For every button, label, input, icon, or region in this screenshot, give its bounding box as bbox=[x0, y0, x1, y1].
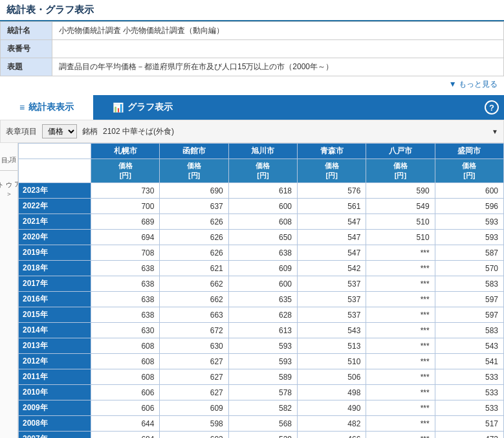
data-cell: 482 bbox=[298, 416, 366, 432]
data-cell: 593 bbox=[435, 230, 503, 245]
data-cell: 537 bbox=[298, 307, 366, 323]
year-cell: 2017年 bbox=[19, 276, 91, 292]
table-row: 2016年638662635537***597 bbox=[19, 292, 504, 307]
code-label: 銘柄 bbox=[82, 126, 98, 137]
display-items-section[interactable]: 表示項目選択 ＞ bbox=[0, 148, 17, 168]
city-aomori: 青森市 bbox=[298, 144, 366, 159]
data-cell: 626 bbox=[160, 214, 228, 230]
data-cell: 582 bbox=[228, 400, 297, 416]
dropdown-icon[interactable]: ▼ bbox=[492, 128, 498, 135]
help-button[interactable]: ? bbox=[485, 100, 499, 115]
data-cell: *** bbox=[366, 245, 435, 261]
left-panel: 表示項目選択 ＞ レイアウト設定 ＞ bbox=[0, 143, 18, 438]
year-cell: 2015年 bbox=[19, 307, 91, 323]
year-cell: 2008年 bbox=[19, 416, 91, 432]
data-cell: *** bbox=[366, 323, 435, 338]
data-cell: *** bbox=[366, 400, 435, 416]
data-cell: 576 bbox=[298, 183, 366, 199]
data-cell: 583 bbox=[435, 323, 503, 338]
data-cell: 637 bbox=[160, 199, 228, 214]
data-cell: 608 bbox=[228, 214, 297, 230]
data-cell: *** bbox=[366, 354, 435, 369]
stat-name-value: 小売物価統計調査 小売物価統計調査（動向編） bbox=[52, 22, 504, 40]
sub-aomori: 価格[円] bbox=[298, 159, 366, 183]
data-cell: 635 bbox=[228, 292, 297, 307]
data-cell: 628 bbox=[228, 307, 297, 323]
data-cell: 598 bbox=[160, 416, 228, 432]
data-cell: 541 bbox=[435, 354, 503, 369]
table-row: 2014年630672613543***583 bbox=[19, 323, 504, 338]
layout-section[interactable]: レイアウト設定 ＞ bbox=[0, 173, 17, 200]
data-cell: 700 bbox=[91, 199, 160, 214]
data-cell: 613 bbox=[228, 323, 297, 338]
data-cell: 638 bbox=[91, 261, 160, 276]
data-cell: 528 bbox=[228, 432, 297, 439]
sub-asahikawa: 価格[円] bbox=[228, 159, 297, 183]
data-cell: 672 bbox=[160, 323, 228, 338]
subject-label: 表題 bbox=[1, 58, 52, 76]
data-cell: 593 bbox=[228, 338, 297, 354]
data-cell: *** bbox=[366, 385, 435, 400]
stats-icon: ≡ bbox=[19, 102, 25, 113]
sub-header-row: 価格[円] 価格[円] 価格[円] 価格[円] 価格[円] 価格[円] bbox=[19, 159, 504, 183]
tab-stats[interactable]: ≡ 統計表表示 bbox=[0, 95, 93, 120]
data-cell: 644 bbox=[91, 416, 160, 432]
item-select[interactable]: 価格 bbox=[42, 124, 77, 138]
data-cell: 490 bbox=[298, 400, 366, 416]
data-cell: 506 bbox=[298, 369, 366, 385]
table-row: 2013年608630593513***543 bbox=[19, 338, 504, 354]
data-cell: 608 bbox=[91, 338, 160, 354]
table-number-label: 表番号 bbox=[1, 40, 52, 58]
data-cell: 583 bbox=[435, 276, 503, 292]
layout-arrow[interactable]: ＞ bbox=[6, 188, 12, 200]
year-cell: 2021年 bbox=[19, 214, 91, 230]
table-row: 2021年689626608547510593 bbox=[19, 214, 504, 230]
display-items-arrow[interactable]: ＞ bbox=[6, 156, 12, 168]
data-cell: 690 bbox=[160, 183, 228, 199]
code-value: 2102 中華そば(外食) bbox=[103, 126, 487, 137]
data-cell: 543 bbox=[435, 338, 503, 354]
subject-value: 調査品目の年平均価格－都道府県庁所在市及び人口15万以上の市（2000年～） bbox=[52, 58, 504, 76]
table-row: 2010年606627578498***533 bbox=[19, 385, 504, 400]
year-cell: 2020年 bbox=[19, 230, 91, 245]
data-cell: 466 bbox=[298, 432, 366, 439]
data-cell: 596 bbox=[435, 199, 503, 214]
main-layout: 表示項目選択 ＞ レイアウト設定 ＞ 札幌市 函館市 旭川市 青森市 八戸市 盛… bbox=[0, 143, 504, 438]
year-cell: 2009年 bbox=[19, 400, 91, 416]
data-cell: *** bbox=[366, 292, 435, 307]
table-row: 2015年638663628537***597 bbox=[19, 307, 504, 323]
data-area: 札幌市 函館市 旭川市 青森市 八戸市 盛岡市 価格[円] 価格[円] 価格[円… bbox=[18, 143, 504, 438]
data-cell: 638 bbox=[228, 245, 297, 261]
more-link[interactable]: もっと見る bbox=[449, 80, 498, 89]
year-cell: 2010年 bbox=[19, 385, 91, 400]
data-cell: *** bbox=[366, 307, 435, 323]
data-cell: *** bbox=[366, 276, 435, 292]
data-cell: 626 bbox=[160, 245, 228, 261]
data-cell: 543 bbox=[298, 323, 366, 338]
data-cell: 597 bbox=[435, 307, 503, 323]
table-row: 2009年606609582490***533 bbox=[19, 400, 504, 416]
table-body: 2023年7306906185765906002022年700637600561… bbox=[19, 183, 504, 439]
info-table: 統計名 小売物価統計調査 小売物価統計調査（動向編） 表番号 表題 調査品目の年… bbox=[0, 21, 504, 76]
year-cell: 2018年 bbox=[19, 261, 91, 276]
sub-corner-cell bbox=[19, 159, 91, 183]
data-cell: 600 bbox=[228, 276, 297, 292]
data-cell: 708 bbox=[91, 245, 160, 261]
city-hachinohe: 八戸市 bbox=[366, 144, 435, 159]
data-cell: 533 bbox=[435, 385, 503, 400]
data-cell: 533 bbox=[435, 400, 503, 416]
sub-hakodate: 価格[円] bbox=[160, 159, 228, 183]
more-link-area: もっと見る bbox=[0, 76, 504, 93]
graph-tab-label: グラフ表示 bbox=[127, 102, 173, 113]
data-cell: 663 bbox=[160, 307, 228, 323]
item-label: 表章項目 bbox=[6, 126, 37, 137]
tab-graph[interactable]: 📊 グラフ表示 bbox=[93, 95, 192, 120]
data-cell: *** bbox=[366, 369, 435, 385]
table-row: 2019年708626638547***587 bbox=[19, 245, 504, 261]
data-cell: 606 bbox=[91, 400, 160, 416]
table-number-value bbox=[52, 40, 504, 58]
data-cell: 510 bbox=[366, 230, 435, 245]
data-cell: 517 bbox=[435, 416, 503, 432]
table-row: 2023年730690618576590600 bbox=[19, 183, 504, 199]
data-cell: 561 bbox=[298, 199, 366, 214]
